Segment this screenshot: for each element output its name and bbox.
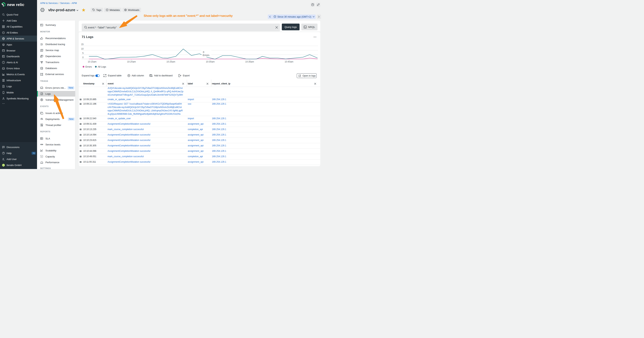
svg-text:10:40am: 10:40am bbox=[284, 61, 294, 63]
svg-text:10:30am: 10:30am bbox=[206, 61, 215, 63]
svg-text:Errors: Errors bbox=[203, 54, 210, 57]
svg-text:0: 0 bbox=[203, 51, 204, 54]
svg-text:10:25am: 10:25am bbox=[166, 61, 175, 63]
svg-text:10:20am: 10:20am bbox=[127, 61, 136, 63]
svg-text:10:15am: 10:15am bbox=[88, 61, 96, 63]
svg-text:0: 0 bbox=[82, 56, 84, 59]
svg-text:15: 15 bbox=[81, 43, 84, 46]
svg-text:10: 10 bbox=[81, 48, 84, 50]
svg-text:5: 5 bbox=[82, 52, 84, 55]
svg-text:10:35am: 10:35am bbox=[245, 61, 254, 63]
